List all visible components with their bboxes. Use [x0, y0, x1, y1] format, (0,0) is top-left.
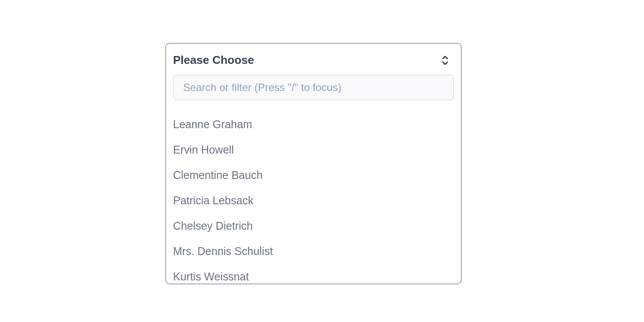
dropdown-select[interactable]: Please Choose Leanne Graham Ervin Howell… — [165, 43, 462, 284]
option-item[interactable]: Mrs. Dennis Schulist — [166, 238, 461, 264]
search-wrapper — [166, 75, 461, 108]
search-input[interactable] — [173, 75, 454, 100]
option-item[interactable]: Clementine Bauch — [166, 162, 461, 188]
option-item[interactable]: Ervin Howell — [166, 137, 461, 162]
option-item[interactable]: Chelsey Dietrich — [166, 213, 461, 238]
options-list: Leanne Graham Ervin Howell Clementine Ba… — [166, 108, 461, 284]
option-item[interactable]: Patricia Lebsack — [166, 188, 461, 213]
select-icon — [441, 55, 449, 66]
dropdown-label: Please Choose — [173, 53, 254, 67]
dropdown-header[interactable]: Please Choose — [166, 44, 461, 75]
option-item[interactable]: Leanne Graham — [166, 112, 461, 137]
option-item[interactable]: Kurtis Weissnat — [166, 264, 461, 284]
